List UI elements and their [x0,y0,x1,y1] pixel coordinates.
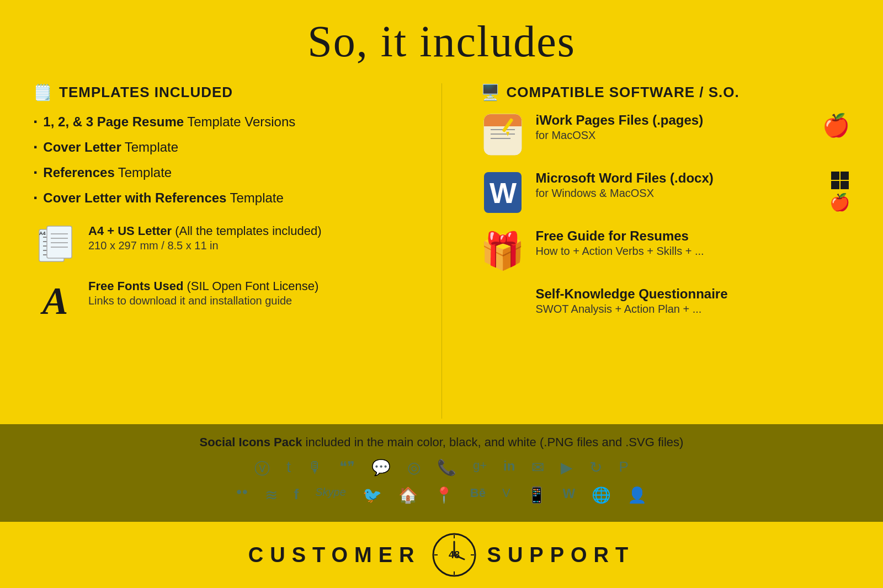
gift-title: Free Guide for Resumes [536,228,850,244]
font-subtitle: Links to download it and installation gu… [88,295,403,307]
font-regular: (SIL Open Font License) [187,279,319,293]
twitter-icon: 🐦 [363,486,382,504]
pages-title: iWork Pages Files (.pages) [536,113,806,128]
social-icons-row-2: ●● ≋ f Skype 🐦 🏠 📍 Bē V 📱 W 🌐 👤 [33,486,850,504]
list-item-bold: References [43,165,114,180]
whatsapp-icon: 📱 [527,486,546,504]
linkedin-icon: in [503,458,515,479]
svg-rect-24 [841,172,849,180]
main-container: So, it includes 🗒️ TEMPLATES INCLUDED 1,… [0,0,883,588]
refresh-icon: ↻ [589,458,602,479]
left-column: 🗒️ TEMPLATES INCLUDED 1, 2, & 3 Page Res… [33,83,414,419]
svg-text:A4: A4 [39,231,46,236]
gift-icon: 🎁 [480,233,525,269]
chat-icon: 💬 [371,458,391,479]
svg-rect-23 [831,172,839,180]
a4-subtitle: 210 x 297 mm / 8.5 x 11 in [88,239,403,252]
page-emoji-icon: 🗒️ [33,83,52,101]
a4-text-block: A4 + US Letter (All the templates includ… [88,224,403,252]
list-item: References Template [33,163,403,182]
pinterest-icon: P [619,458,628,479]
templates-section-header: 🗒️ TEMPLATES INCLUDED [33,83,403,101]
pages-text-block: iWork Pages Files (.pages) for MacOSX [536,113,806,142]
podcast-icon: 🎙 [307,458,323,479]
questionnaire-item: Self-Knowledge Questionnaire SWOT Analys… [481,286,850,330]
tumblr-icon: t [286,458,291,479]
email-icon: ✉ [531,458,544,479]
home-icon: 🏠 [398,486,418,504]
column-divider [442,83,442,419]
list-item-regular: Template [118,165,172,180]
template-list: 1, 2, & 3 Page Resume Template Versions … [33,113,403,207]
gift-text-block: Free Guide for Resumes How to + Action V… [536,228,850,258]
typography-icon: A [42,279,68,323]
list-item-regular: Template [230,190,283,206]
footer-section: CUSTOMER 48 SUPPORT [0,522,883,588]
questionnaire-text-block: Self-Knowledge Questionnaire SWOT Analys… [536,286,850,316]
a4-title: A4 + US Letter (All the templates includ… [88,224,403,238]
word-title: Microsoft Word Files (.docx) [536,170,813,186]
footer-right-text: SUPPORT [487,543,635,567]
header-section: So, it includes [0,0,883,78]
googleplus-icon: g+ [473,458,487,479]
pages-icon-box [481,113,525,157]
social-icons-row-1: ⓥ t 🎙 ❝❞ 💬 ◎ 📞 g+ in ✉ ▶ ↻ P [33,458,850,479]
flickr-icon: ●● [236,486,248,504]
software-section-header: 🖥️ COMPATIBLE SOFTWARE / S.O. [481,83,850,101]
apple-icon2: 🍎 [829,193,850,212]
questionnaire-icon-box [481,286,525,330]
svg-rect-25 [831,181,839,189]
a4-icon-box: A4 [33,224,77,268]
list-item: Cover Letter with References Template [33,189,403,207]
social-section: Social Icons Pack included in the main c… [0,424,883,522]
list-item: 1, 2, & 3 Page Resume Template Versions [33,113,403,131]
monitor-emoji-icon: 🖥️ [481,83,500,101]
font-icon-item: A Free Fonts Used (SIL Open Font License… [33,279,403,323]
word-app-icon: W [483,171,523,214]
vine-icon: V [502,486,510,504]
support-badge: 48 [432,533,476,577]
apple-icon: 🍎 [822,113,850,138]
right-column: 🖥️ COMPATIBLE SOFTWARE / S.O. [470,83,850,419]
pages-software-item: iWork Pages Files (.pages) for MacOSX 🍎 [481,113,850,157]
svg-rect-7 [47,226,72,258]
main-title: So, it includes [0,17,883,67]
font-bold: Free Fonts Used [88,279,183,293]
templates-title: TEMPLATES INCLUDED [59,84,233,101]
rss-icon: ≋ [265,486,278,504]
list-item-bold: Cover Letter [43,140,121,155]
phone-icon: 📞 [437,458,456,479]
user-icon: 👤 [627,486,647,504]
list-item-bold: Cover Letter with References [43,190,226,206]
svg-text:W: W [490,177,517,209]
apple-os-icon: 🍎 [817,113,850,138]
list-item-regular: Template Versions [187,114,295,130]
behance-icon: Bē [470,486,486,504]
word-subtitle: for Windows & MacOSX [536,187,813,200]
facebook-icon: f [294,486,299,504]
a4-icon-item: A4 A4 + US Letter (All the templates inc… [33,224,403,268]
clock-badge-icon: 48 [432,533,476,577]
list-item-regular: Template [125,140,178,155]
windows-icon [830,170,850,190]
gift-subtitle: How to + Action Verbs + Skills + ... [536,245,850,258]
a4-bold: A4 + US Letter [88,224,172,238]
document-icon: A4 [35,224,76,268]
footer-left-text: CUSTOMER [248,543,421,567]
list-item: Cover Letter Template [33,138,403,157]
skype-icon: Skype [315,486,346,504]
word-text-block: Microsoft Word Files (.docx) for Windows… [536,170,813,200]
svg-text:48: 48 [449,549,460,560]
instagram-icon: ◎ [407,458,421,479]
social-bold: Social Icons Pack [200,435,302,449]
globe-icon: 🌐 [592,486,611,504]
gift-icon-box: 🎁 [481,228,525,272]
vimeo-icon: ⓥ [254,458,270,479]
questionnaire-title: Self-Knowledge Questionnaire [536,286,850,302]
svg-rect-18 [484,121,522,126]
social-regular: included in the main color, black, and w… [306,435,684,449]
questionnaire-subtitle: SWOT Analysis + Action Plan + ... [536,303,850,316]
software-title: COMPATIBLE SOFTWARE / S.O. [507,84,740,101]
word-software-item: W Microsoft Word Files (.docx) for Windo… [481,170,850,215]
gift-software-item: 🎁 Free Guide for Resumes How to + Action… [481,228,850,272]
